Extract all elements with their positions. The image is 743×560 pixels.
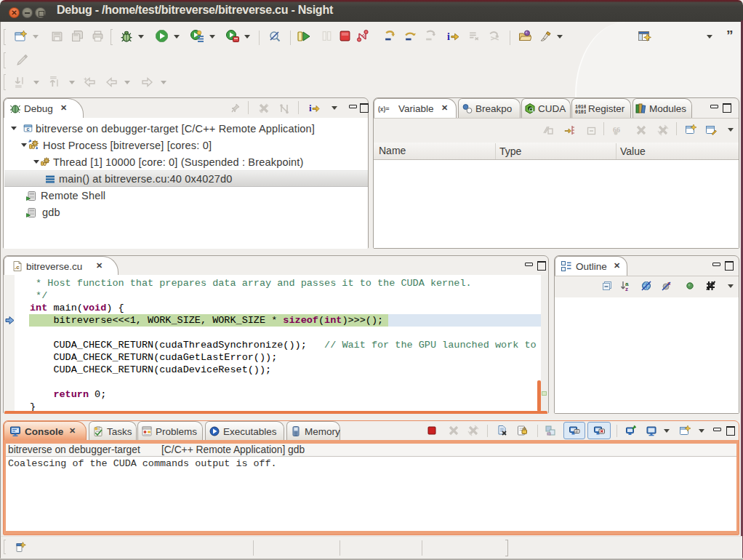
svg-text:c: c (26, 126, 29, 132)
svg-text:(x)=: (x)= (378, 105, 389, 113)
svg-text:0101: 0101 (575, 110, 586, 115)
svg-text:1010: 1010 (575, 105, 586, 110)
svg-text:i: i (447, 31, 450, 42)
svg-text:z: z (625, 286, 628, 292)
svg-text:i: i (309, 103, 312, 113)
svg-text:.c: .c (15, 264, 20, 271)
